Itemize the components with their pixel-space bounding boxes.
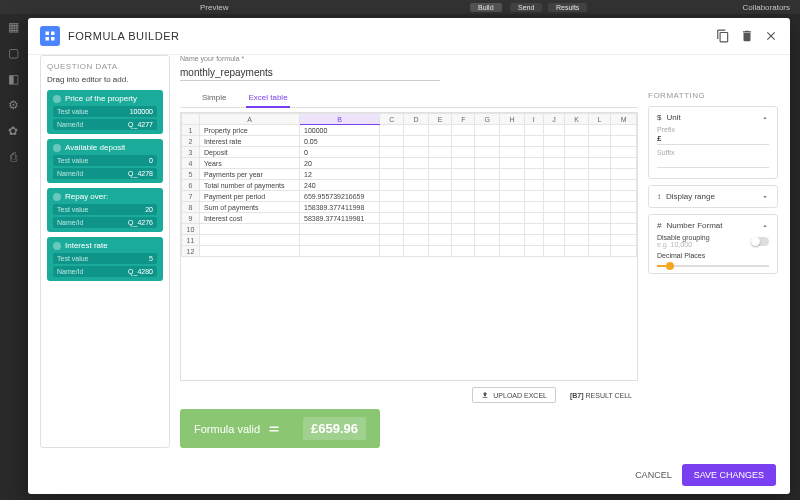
cell[interactable] [475, 202, 500, 213]
cell[interactable] [428, 224, 452, 235]
cell[interactable] [524, 224, 543, 235]
cell[interactable] [565, 224, 589, 235]
cell[interactable] [500, 180, 524, 191]
cell[interactable] [500, 202, 524, 213]
cell[interactable] [500, 169, 524, 180]
cell[interactable] [404, 246, 428, 257]
cell[interactable] [404, 169, 428, 180]
cell[interactable]: Deposit [200, 147, 300, 158]
cell[interactable] [565, 235, 589, 246]
cell[interactable] [452, 202, 475, 213]
cell[interactable] [475, 224, 500, 235]
column-header[interactable]: A [200, 114, 300, 125]
cell[interactable] [404, 147, 428, 158]
cell[interactable] [404, 125, 428, 136]
sidebar-apps-icon[interactable]: ▦ [5, 20, 21, 36]
cell[interactable] [404, 202, 428, 213]
cell[interactable] [500, 136, 524, 147]
upload-excel-button[interactable]: UPLOAD EXCEL [472, 387, 556, 403]
tab-simple[interactable]: Simple [200, 89, 228, 107]
cell[interactable] [543, 191, 565, 202]
cell[interactable]: 0 [300, 147, 380, 158]
cell[interactable] [588, 213, 610, 224]
cell[interactable] [565, 125, 589, 136]
cell[interactable] [611, 246, 637, 257]
cell[interactable] [524, 169, 543, 180]
cell[interactable] [611, 180, 637, 191]
cell[interactable] [452, 147, 475, 158]
drag-handle-icon[interactable] [53, 144, 61, 152]
cell[interactable] [404, 191, 428, 202]
row-header[interactable]: 4 [182, 158, 200, 169]
sidebar-settings-icon[interactable]: ⚙ [5, 98, 21, 114]
cell[interactable] [588, 224, 610, 235]
question-card[interactable]: Interest rate Test value5 Name/IdQ_4280 [47, 237, 163, 281]
cell[interactable] [500, 125, 524, 136]
row-header[interactable]: 9 [182, 213, 200, 224]
delete-icon[interactable] [740, 29, 754, 43]
cell[interactable] [452, 246, 475, 257]
cell[interactable] [588, 169, 610, 180]
cell[interactable]: Total number of payments [200, 180, 300, 191]
cell[interactable] [475, 191, 500, 202]
row-header[interactable]: 7 [182, 191, 200, 202]
cell[interactable]: Property price [200, 125, 300, 136]
cell[interactable] [452, 158, 475, 169]
cell[interactable] [380, 246, 404, 257]
cell[interactable] [543, 125, 565, 136]
row-header[interactable]: 10 [182, 224, 200, 235]
formula-name-input[interactable] [180, 65, 440, 81]
column-header[interactable]: L [588, 114, 610, 125]
row-header[interactable]: 8 [182, 202, 200, 213]
cell[interactable] [588, 246, 610, 257]
cell[interactable] [524, 213, 543, 224]
cell[interactable] [565, 180, 589, 191]
cell[interactable] [611, 202, 637, 213]
question-card[interactable]: Available deposit Test value0 Name/IdQ_4… [47, 139, 163, 183]
cell[interactable] [475, 235, 500, 246]
cell[interactable] [543, 136, 565, 147]
cell[interactable] [380, 224, 404, 235]
cell[interactable] [611, 169, 637, 180]
cell[interactable] [588, 125, 610, 136]
cell[interactable] [500, 213, 524, 224]
save-changes-button[interactable]: SAVE CHANGES [682, 464, 776, 486]
column-header[interactable]: C [380, 114, 404, 125]
cell[interactable] [475, 180, 500, 191]
cell[interactable] [543, 224, 565, 235]
cell[interactable] [428, 246, 452, 257]
cell[interactable]: 20 [300, 158, 380, 169]
cell[interactable] [452, 180, 475, 191]
column-header[interactable]: I [524, 114, 543, 125]
cell[interactable] [428, 202, 452, 213]
column-header[interactable]: E [428, 114, 452, 125]
row-header[interactable]: 5 [182, 169, 200, 180]
cell[interactable] [611, 235, 637, 246]
cell[interactable] [588, 158, 610, 169]
cell[interactable] [588, 180, 610, 191]
copy-icon[interactable] [716, 29, 730, 43]
cell[interactable] [200, 246, 300, 257]
cell[interactable] [588, 202, 610, 213]
row-header[interactable]: 3 [182, 147, 200, 158]
cell[interactable] [524, 246, 543, 257]
row-header[interactable]: 12 [182, 246, 200, 257]
cell[interactable] [565, 202, 589, 213]
cell[interactable] [611, 136, 637, 147]
close-icon[interactable] [764, 29, 778, 43]
cell[interactable] [475, 213, 500, 224]
cell[interactable] [565, 158, 589, 169]
chevron-up-icon[interactable] [761, 114, 769, 122]
cell[interactable] [543, 235, 565, 246]
cell[interactable] [380, 191, 404, 202]
cell[interactable] [565, 246, 589, 257]
cell[interactable] [611, 213, 637, 224]
cell[interactable] [524, 235, 543, 246]
cell[interactable] [380, 147, 404, 158]
cell[interactable] [404, 213, 428, 224]
column-header[interactable]: J [543, 114, 565, 125]
cell[interactable] [524, 136, 543, 147]
cell[interactable] [475, 246, 500, 257]
cell[interactable] [588, 191, 610, 202]
cell[interactable]: 100000 [300, 125, 380, 136]
